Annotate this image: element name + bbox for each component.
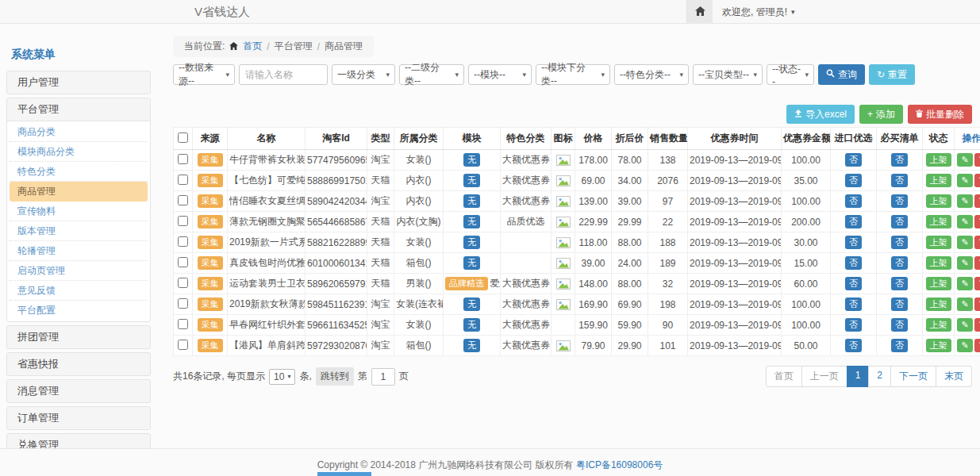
delete-button[interactable] bbox=[974, 236, 980, 249]
delete-button[interactable] bbox=[974, 153, 980, 167]
import-excel-button[interactable]: 导入excel bbox=[786, 105, 855, 124]
must-buy-toggle[interactable]: 否 bbox=[891, 236, 908, 249]
sidebar-item[interactable]: 宣传物料 bbox=[10, 202, 148, 221]
status-toggle[interactable]: 上架 bbox=[926, 194, 951, 208]
delete-button[interactable] bbox=[974, 194, 980, 208]
row-checkbox[interactable] bbox=[178, 319, 188, 329]
edit-button[interactable]: ✎ bbox=[957, 236, 973, 249]
import-toggle[interactable]: 否 bbox=[845, 194, 862, 208]
edit-button[interactable]: ✎ bbox=[957, 318, 973, 332]
edit-button[interactable]: ✎ bbox=[957, 174, 973, 187]
status-toggle[interactable]: 上架 bbox=[926, 318, 951, 332]
row-checkbox[interactable] bbox=[178, 216, 188, 226]
edit-button[interactable]: ✎ bbox=[957, 153, 973, 167]
must-buy-toggle[interactable]: 否 bbox=[891, 194, 908, 208]
page-button[interactable]: 1 bbox=[847, 366, 870, 387]
must-buy-toggle[interactable]: 否 bbox=[891, 298, 908, 311]
delete-button[interactable] bbox=[974, 215, 980, 228]
reset-button[interactable]: ↻ 重置 bbox=[869, 64, 915, 85]
name-search-input[interactable] bbox=[239, 64, 328, 85]
sidebar-item[interactable]: 平台配置 bbox=[10, 301, 148, 321]
import-toggle[interactable]: 否 bbox=[845, 215, 862, 228]
edit-button[interactable]: ✎ bbox=[957, 256, 973, 270]
row-checkbox[interactable] bbox=[178, 236, 188, 247]
sidebar-item[interactable]: 轮播管理 bbox=[10, 241, 148, 261]
sidebar-group-header[interactable]: 拼团管理 bbox=[7, 326, 150, 348]
must-buy-toggle[interactable]: 否 bbox=[891, 318, 908, 332]
delete-button[interactable] bbox=[974, 298, 980, 311]
sidebar-group-header[interactable]: 用户管理 bbox=[7, 71, 150, 94]
sidebar-group-header[interactable]: 省惠快报 bbox=[7, 353, 150, 375]
sidebar-group-header[interactable]: 平台管理 bbox=[7, 98, 150, 121]
must-buy-toggle[interactable]: 否 bbox=[891, 174, 908, 187]
must-buy-toggle[interactable]: 否 bbox=[891, 339, 908, 352]
must-buy-toggle[interactable]: 否 bbox=[891, 256, 908, 270]
import-toggle[interactable]: 否 bbox=[845, 339, 862, 352]
sidebar-item[interactable]: 意见反馈 bbox=[10, 281, 148, 301]
sidebar-item[interactable]: 商品分类 bbox=[10, 122, 148, 142]
status-toggle[interactable]: 上架 bbox=[926, 153, 951, 167]
jump-button[interactable]: 跳转到 bbox=[316, 367, 354, 386]
status-toggle[interactable]: 上架 bbox=[926, 339, 951, 352]
filter-select[interactable]: --特色分类--▾ bbox=[614, 64, 689, 85]
edit-button[interactable]: ✎ bbox=[957, 277, 973, 290]
sidebar-item[interactable]: 特色分类 bbox=[10, 162, 148, 182]
import-toggle[interactable]: 否 bbox=[845, 236, 862, 249]
sidebar-group-header[interactable]: 订单管理 bbox=[7, 407, 150, 429]
must-buy-toggle[interactable]: 否 bbox=[891, 215, 908, 228]
sidebar-item[interactable]: 启动页管理 bbox=[10, 261, 148, 281]
filter-select[interactable]: --二级分类--▾ bbox=[399, 64, 464, 85]
must-buy-toggle[interactable]: 否 bbox=[891, 277, 908, 290]
delete-button[interactable] bbox=[974, 339, 980, 352]
delete-button[interactable] bbox=[974, 256, 980, 270]
import-toggle[interactable]: 否 bbox=[845, 277, 862, 290]
sidebar-group-header[interactable]: 消息管理 bbox=[7, 380, 150, 402]
import-toggle[interactable]: 否 bbox=[845, 174, 862, 187]
add-button[interactable]: + 添加 bbox=[859, 105, 903, 124]
filter-select[interactable]: --状态--▾ bbox=[767, 64, 814, 85]
delete-button[interactable] bbox=[974, 174, 980, 187]
row-checkbox[interactable] bbox=[178, 278, 188, 288]
status-toggle[interactable]: 上架 bbox=[926, 298, 951, 311]
filter-select[interactable]: --模块--▾ bbox=[468, 64, 532, 85]
sidebar-item[interactable]: 商品管理 bbox=[10, 182, 148, 202]
delete-button[interactable] bbox=[974, 277, 980, 290]
select-all-checkbox[interactable] bbox=[178, 132, 188, 143]
delete-button[interactable] bbox=[974, 318, 980, 332]
row-checkbox[interactable] bbox=[178, 175, 188, 185]
user-menu[interactable]: 欢迎您, 管理员! ▾ bbox=[713, 0, 805, 24]
page-button[interactable]: 下一页 bbox=[890, 366, 936, 387]
status-toggle[interactable]: 上架 bbox=[926, 174, 951, 187]
row-checkbox[interactable] bbox=[178, 340, 188, 350]
filter-select[interactable]: --模块下分类--▾ bbox=[536, 64, 610, 85]
breadcrumb-home-link[interactable]: 首页 bbox=[243, 40, 262, 53]
status-toggle[interactable]: 上架 bbox=[926, 277, 951, 290]
data-source-select[interactable]: --数据来源-- ▾ bbox=[173, 64, 235, 85]
home-button[interactable] bbox=[687, 0, 713, 24]
status-toggle[interactable]: 上架 bbox=[926, 236, 951, 249]
edit-button[interactable]: ✎ bbox=[957, 298, 973, 311]
import-toggle[interactable]: 否 bbox=[845, 318, 862, 332]
sidebar-item[interactable]: 模块商品分类 bbox=[10, 142, 148, 162]
per-page-select[interactable]: 10 ▾ bbox=[269, 369, 295, 385]
filter-select[interactable]: --宝贝类型--▾ bbox=[693, 64, 763, 85]
import-toggle[interactable]: 否 bbox=[845, 153, 862, 167]
icp-link[interactable]: 粤ICP备16098006号 bbox=[576, 459, 663, 470]
batch-delete-button[interactable]: 批量删除 bbox=[908, 105, 972, 124]
row-checkbox[interactable] bbox=[178, 195, 188, 205]
row-checkbox[interactable] bbox=[178, 257, 188, 267]
import-toggle[interactable]: 否 bbox=[845, 298, 862, 311]
jump-page-input[interactable] bbox=[371, 368, 395, 386]
search-button[interactable]: 查询 bbox=[818, 64, 865, 85]
edit-button[interactable]: ✎ bbox=[957, 215, 973, 228]
row-checkbox[interactable] bbox=[178, 298, 188, 309]
page-button[interactable]: 上一页 bbox=[801, 366, 847, 387]
page-button[interactable]: 2 bbox=[868, 366, 891, 387]
edit-button[interactable]: ✎ bbox=[957, 194, 973, 208]
sidebar-item[interactable]: 版本管理 bbox=[10, 221, 148, 241]
row-checkbox[interactable] bbox=[178, 154, 188, 164]
status-toggle[interactable]: 上架 bbox=[926, 215, 951, 228]
import-toggle[interactable]: 否 bbox=[845, 256, 862, 270]
filter-select[interactable]: 一级分类▾ bbox=[332, 64, 395, 85]
page-button[interactable]: 首页 bbox=[766, 366, 802, 387]
